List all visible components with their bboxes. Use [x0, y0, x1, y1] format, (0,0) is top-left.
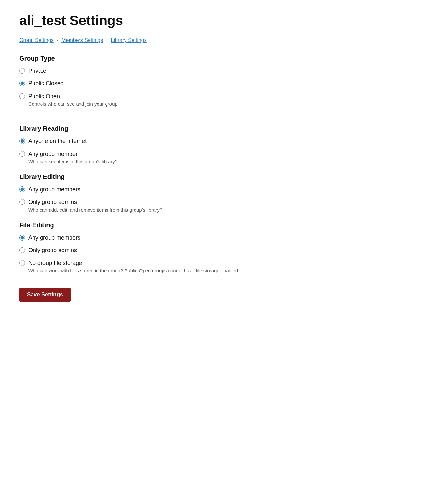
radio-option-public-open: Public Open Controls who can see and joi…: [19, 93, 429, 107]
radio-only-group-admins-editing-label[interactable]: Only group admins: [28, 198, 162, 206]
radio-no-group-file-storage[interactable]: [19, 260, 25, 266]
radio-public-open-label[interactable]: Public Open: [28, 93, 117, 100]
radio-option-any-group-members-editing: Any group members: [19, 186, 429, 193]
radio-any-group-members-editing[interactable]: [19, 186, 25, 192]
radio-any-group-members-editing-label[interactable]: Any group members: [28, 186, 80, 193]
radio-any-group-member-reading-desc: Who can see items in this group's librar…: [28, 159, 117, 164]
radio-public-open[interactable]: [19, 93, 25, 99]
file-editing-title: File Editing: [19, 222, 429, 229]
nav-tabs: Group Settings · Members Settings · Libr…: [19, 36, 429, 44]
radio-no-group-file-storage-desc: Who can work with files stored in the gr…: [28, 268, 239, 273]
radio-any-group-member-reading[interactable]: [19, 151, 25, 157]
radio-any-group-members-files[interactable]: [19, 235, 25, 241]
radio-option-private: Private: [19, 67, 429, 75]
radio-private[interactable]: [19, 68, 25, 74]
tab-library-settings[interactable]: Library Settings: [111, 36, 147, 44]
radio-option-no-group-file-storage: No group file storage Who can work with …: [19, 260, 429, 273]
group-type-title: Group Type: [19, 55, 429, 62]
radio-only-group-admins-files[interactable]: [19, 247, 25, 253]
divider-1: [19, 116, 429, 116]
radio-public-closed-label[interactable]: Public Closed: [28, 80, 64, 87]
radio-option-only-group-admins-files: Only group admins: [19, 247, 429, 254]
file-editing-section: File Editing Any group members Only grou…: [19, 222, 429, 273]
tab-members-settings[interactable]: Members Settings: [61, 36, 103, 44]
library-reading-title: Library Reading: [19, 125, 429, 132]
radio-any-group-member-reading-label[interactable]: Any group member: [28, 150, 117, 158]
radio-public-closed[interactable]: [19, 80, 25, 86]
nav-separator-2: ·: [106, 37, 107, 43]
radio-only-group-admins-editing-desc: Who can add, edit, and remove items from…: [28, 207, 162, 213]
radio-only-group-admins-editing[interactable]: [19, 199, 25, 205]
radio-anyone-internet-label[interactable]: Anyone on the internet: [28, 137, 87, 145]
radio-option-any-group-members-files: Any group members: [19, 234, 429, 242]
radio-option-any-group-member-reading: Any group member Who can see items in th…: [19, 150, 429, 164]
library-editing-title: Library Editing: [19, 173, 429, 181]
library-reading-section: Library Reading Anyone on the internet A…: [19, 125, 429, 164]
radio-option-only-group-admins-editing: Only group admins Who can add, edit, and…: [19, 198, 429, 212]
radio-option-public-closed: Public Closed: [19, 80, 429, 87]
radio-no-group-file-storage-label[interactable]: No group file storage: [28, 260, 239, 267]
save-settings-button[interactable]: Save Settings: [19, 288, 71, 302]
library-editing-section: Library Editing Any group members Only g…: [19, 173, 429, 213]
radio-anyone-internet[interactable]: [19, 138, 25, 144]
nav-separator-1: ·: [57, 37, 58, 43]
radio-only-group-admins-files-label[interactable]: Only group admins: [28, 247, 77, 254]
page-title: ali_test Settings: [19, 13, 429, 28]
group-type-section: Group Type Private Public Closed Public …: [19, 55, 429, 107]
radio-public-open-desc: Controls who can see and join your group: [28, 101, 117, 107]
radio-any-group-members-files-label[interactable]: Any group members: [28, 234, 80, 242]
radio-private-label[interactable]: Private: [28, 67, 46, 75]
tab-group-settings[interactable]: Group Settings: [19, 36, 54, 44]
radio-option-anyone-internet: Anyone on the internet: [19, 137, 429, 145]
